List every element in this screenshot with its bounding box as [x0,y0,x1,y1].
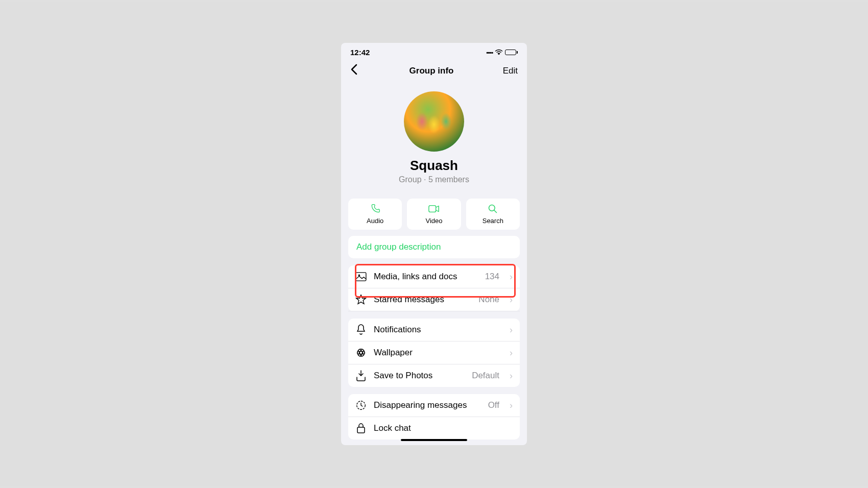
group-avatar[interactable] [404,91,464,152]
wallpaper-icon [355,347,367,358]
battery-icon [505,50,518,55]
search-label: Search [483,217,503,225]
lock-icon [355,423,367,434]
description-section: Add group description [348,236,520,258]
group-meta: Group · 5 members [399,175,469,184]
media-label: Media, links and docs [374,272,478,282]
star-icon [355,294,367,305]
nav-title: Group info [409,66,454,76]
image-icon [355,271,367,282]
video-label: Video [425,217,442,225]
media-value: 134 [485,272,499,282]
lock-chat-row[interactable]: Lock chat [348,417,520,440]
action-row: Audio Video Search [341,191,527,236]
group-header: Squash Group · 5 members [341,82,527,191]
save-photos-label: Save to Photos [374,371,465,381]
chevron-right-icon: › [510,400,513,411]
save-photos-row[interactable]: Save to Photos Default › [348,364,520,387]
timer-icon [355,400,367,411]
wallpaper-row[interactable]: Wallpaper › [348,341,520,364]
bell-icon [355,324,367,335]
notifications-row[interactable]: Notifications › [348,319,520,341]
video-icon [428,204,440,214]
chevron-right-icon: › [510,348,513,358]
svg-rect-10 [357,427,365,433]
add-description-button[interactable]: Add group description [348,236,520,258]
chevron-right-icon: › [510,371,513,381]
settings-section: Notifications › Wallpaper › Save to Phot… [348,319,520,387]
audio-label: Audio [367,217,383,225]
status-bar: 12:42 ▪▪▪▪ [341,43,527,60]
svg-point-6 [357,351,365,354]
download-icon [355,370,367,381]
home-indicator[interactable] [401,439,467,441]
edit-button[interactable]: Edit [497,66,518,76]
nav-bar: Group info Edit [341,60,527,82]
wallpaper-label: Wallpaper [374,348,499,358]
chevron-right-icon: › [510,295,513,305]
search-icon [488,204,498,214]
svg-rect-0 [429,206,436,212]
group-name: Squash [410,158,458,174]
wifi-icon [495,48,503,57]
disappearing-row[interactable]: Disappearing messages Off › [348,394,520,417]
status-time: 12:42 [350,48,370,57]
disappearing-label: Disappearing messages [374,400,481,410]
disappearing-value: Off [488,400,499,410]
starred-value: None [478,295,499,305]
chevron-right-icon: › [510,325,513,335]
lock-chat-label: Lock chat [374,423,513,433]
starred-messages-row[interactable]: Starred messages None › [348,288,520,311]
signal-icon: ▪▪▪▪ [486,49,493,56]
video-button[interactable]: Video [407,199,461,230]
phone-icon [370,204,380,214]
save-photos-value: Default [472,371,499,381]
back-button[interactable] [350,64,366,78]
media-links-docs-row[interactable]: Media, links and docs 134 › [348,265,520,288]
status-icons: ▪▪▪▪ [486,48,518,57]
phone-screen: 12:42 ▪▪▪▪ Group info Edit Squash Group … [341,43,527,445]
privacy-section: Disappearing messages Off › Lock chat [348,394,520,440]
chevron-right-icon: › [510,272,513,282]
starred-label: Starred messages [374,295,471,305]
search-button[interactable]: Search [466,199,520,230]
svg-rect-2 [356,273,366,281]
media-section: Media, links and docs 134 › Starred mess… [348,265,520,311]
notifications-label: Notifications [374,325,499,335]
audio-button[interactable]: Audio [348,199,402,230]
